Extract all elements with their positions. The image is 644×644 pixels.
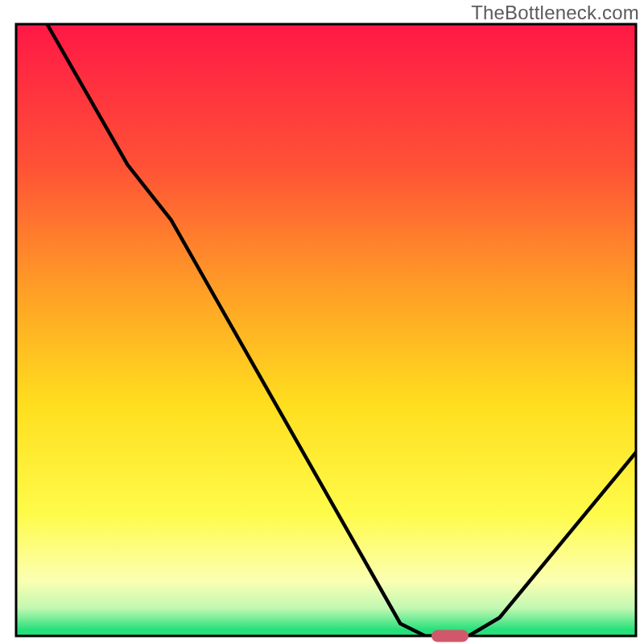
plot-background (16, 24, 636, 636)
optimal-marker (431, 630, 469, 642)
chart-svg (0, 0, 644, 644)
watermark-label: TheBottleneck.com (471, 2, 639, 24)
chart-container: TheBottleneck.com (0, 0, 644, 644)
